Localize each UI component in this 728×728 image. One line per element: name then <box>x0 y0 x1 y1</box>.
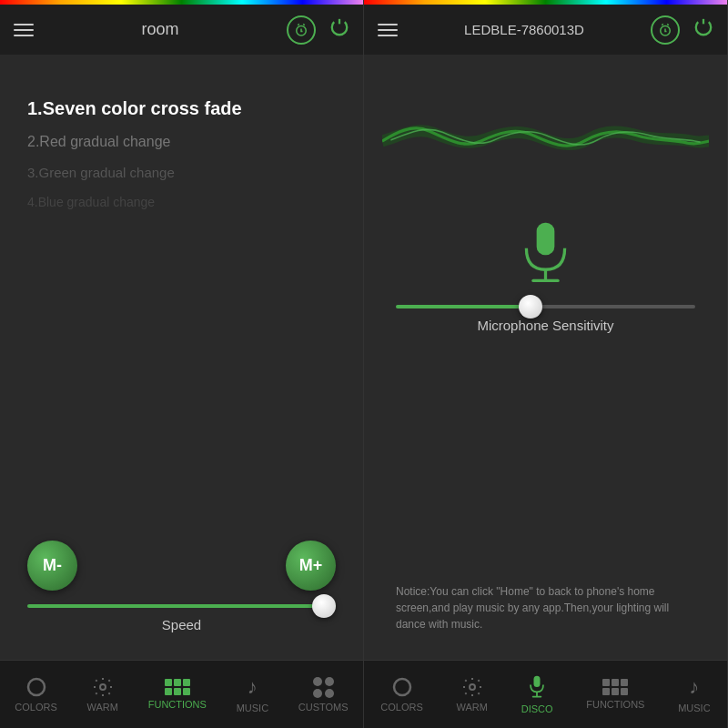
right-hamburger-line-1 <box>378 24 398 25</box>
customs-dots-icon <box>313 677 334 698</box>
right-nav-disco[interactable]: DISCO <box>512 670 562 719</box>
warm-gear-icon <box>92 676 114 698</box>
right-nav-warm-label: WARM <box>457 702 488 713</box>
right-functions-grid-icon <box>602 679 628 695</box>
left-nav-warm[interactable]: WARM <box>78 672 127 717</box>
left-power-icon[interactable] <box>329 17 349 43</box>
left-header-icons <box>287 15 349 45</box>
mode-item-4[interactable]: 4.Blue gradual change <box>18 187 345 217</box>
right-header-icons <box>651 15 713 45</box>
speed-slider-container: Speed <box>18 604 345 632</box>
svg-line-7 <box>667 24 669 25</box>
mode-buttons: M- M+ <box>18 541 345 591</box>
right-nav-music-label: MUSIC <box>678 703 710 713</box>
left-bottom-nav: COLORS WARM FUNCTIONS ♪ MUSIC <box>0 660 363 728</box>
mode-item-2[interactable]: 2.Red gradual change <box>18 126 345 157</box>
right-mic-icon <box>526 674 548 700</box>
left-header: room <box>0 5 363 55</box>
left-panel: room 1.Seven color cross fade 2.Red <box>0 0 364 728</box>
waveform-svg <box>382 82 709 200</box>
svg-rect-13 <box>534 676 541 687</box>
svg-point-3 <box>28 679 45 695</box>
left-nav-functions-label: FUNCTIONS <box>148 699 207 710</box>
right-nav-disco-label: DISCO <box>521 703 553 714</box>
svg-line-2 <box>303 24 305 25</box>
m-plus-button[interactable]: M+ <box>286 541 336 591</box>
mode-list: 1.Seven color cross fade 2.Red gradual c… <box>18 91 345 217</box>
left-header-title: room <box>34 20 287 39</box>
right-content: Microphone Sensitivity Notice:You can cl… <box>364 55 727 660</box>
microphone-icon <box>516 218 575 287</box>
left-nav-warm-label: WARM <box>87 702 118 713</box>
right-nav-warm[interactable]: WARM <box>448 672 497 717</box>
svg-point-12 <box>470 684 475 690</box>
left-nav-functions[interactable]: FUNCTIONS <box>139 674 216 714</box>
m-minus-button[interactable]: M- <box>27 541 77 591</box>
speed-slider-thumb[interactable] <box>312 594 336 618</box>
left-nav-music[interactable]: ♪ MUSIC <box>228 671 278 718</box>
waveform-area <box>382 82 709 200</box>
right-panel: LEDBLE-7860013D <box>364 0 728 728</box>
left-nav-colors[interactable]: COLORS <box>5 672 66 717</box>
right-nav-colors[interactable]: COLORS <box>371 672 431 717</box>
left-nav-customs[interactable]: CUSTOMS <box>289 672 358 717</box>
mode-item-3[interactable]: 3.Green gradual change <box>18 157 345 187</box>
svg-rect-8 <box>537 223 555 256</box>
speed-slider-track[interactable] <box>27 604 336 608</box>
right-music-note-icon: ♪ <box>689 675 699 699</box>
right-header-title: LEDBLE-7860013D <box>398 22 651 37</box>
right-circle-icon <box>391 676 413 698</box>
left-alarm-icon[interactable] <box>287 15 316 45</box>
sensitivity-slider-thumb[interactable] <box>519 295 542 318</box>
right-warm-icon <box>461 676 483 698</box>
right-power-icon[interactable] <box>693 17 713 43</box>
left-content: 1.Seven color cross fade 2.Red gradual c… <box>0 55 363 660</box>
right-nav-colors-label: COLORS <box>380 702 422 713</box>
mode-item-1[interactable]: 1.Seven color cross fade <box>18 91 345 126</box>
svg-point-4 <box>100 684 106 690</box>
sensitivity-slider-track[interactable] <box>396 305 695 308</box>
left-nav-music-label: MUSIC <box>237 703 268 713</box>
svg-line-6 <box>662 24 663 25</box>
hamburger-line-3 <box>14 35 34 36</box>
svg-line-1 <box>298 24 299 25</box>
music-note-icon: ♪ <box>248 675 258 699</box>
right-menu-button[interactable] <box>378 24 398 36</box>
right-nav-music[interactable]: ♪ MUSIC <box>669 671 719 718</box>
sensitivity-slider-container: Microphone Sensitivity <box>382 305 709 333</box>
right-nav-functions[interactable]: FUNCTIONS <box>577 674 653 714</box>
functions-grid-icon <box>165 679 190 695</box>
notice-text: Notice:You can click "Home" to back to p… <box>382 574 709 642</box>
hamburger-line-1 <box>14 24 34 25</box>
speed-label: Speed <box>27 617 336 632</box>
mic-area <box>382 218 709 287</box>
hamburger-line-2 <box>14 29 34 31</box>
left-menu-button[interactable] <box>14 24 34 36</box>
right-hamburger-line-2 <box>378 29 398 31</box>
right-nav-functions-label: FUNCTIONS <box>586 699 644 710</box>
right-header: LEDBLE-7860013D <box>364 5 727 55</box>
right-bottom-nav: COLORS WARM DISCO <box>364 660 727 728</box>
circle-icon <box>25 676 47 698</box>
left-nav-customs-label: CUSTOMS <box>298 702 349 713</box>
right-alarm-icon[interactable] <box>651 15 680 45</box>
left-nav-colors-label: COLORS <box>15 702 56 713</box>
right-hamburger-line-3 <box>378 35 398 36</box>
mic-sensitivity-label: Microphone Sensitivity <box>396 318 695 333</box>
svg-point-11 <box>394 679 410 695</box>
